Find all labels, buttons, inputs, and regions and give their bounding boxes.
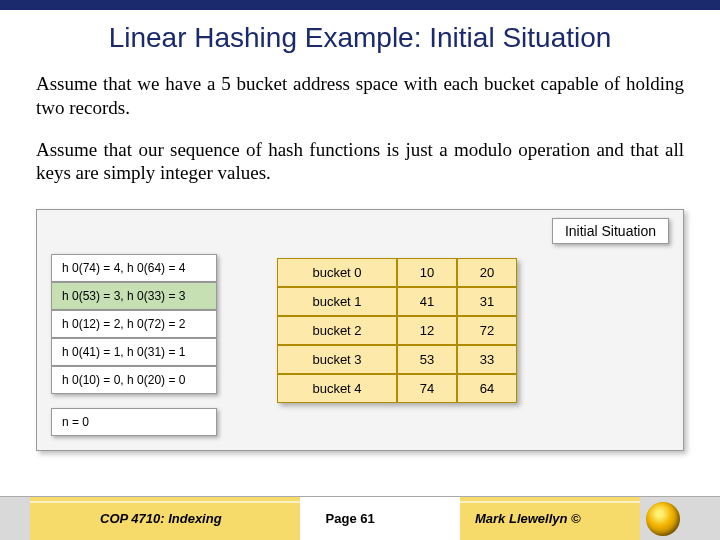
table-row: bucket 0 10 20 <box>277 258 517 287</box>
bucket-label: bucket 2 <box>277 316 397 345</box>
bucket-value: 72 <box>457 316 517 345</box>
bucket-label: bucket 1 <box>277 287 397 316</box>
footer-copyright: Mark Llewellyn © <box>475 511 581 526</box>
bucket-label: bucket 4 <box>277 374 397 403</box>
bucket-value: 20 <box>457 258 517 287</box>
hash-row: h 0(12) = 2, h 0(72) = 2 <box>51 310 217 338</box>
bucket-value: 74 <box>397 374 457 403</box>
footer-page: Page 61 <box>326 511 375 526</box>
bucket-label: bucket 0 <box>277 258 397 287</box>
diagram-panel: Initial Situation h 0(74) = 4, h 0(64) =… <box>36 209 684 451</box>
bucket-value: 10 <box>397 258 457 287</box>
bucket-value: 64 <box>457 374 517 403</box>
n-value-row: n = 0 <box>51 408 217 436</box>
bucket-value: 41 <box>397 287 457 316</box>
table-row: bucket 1 41 31 <box>277 287 517 316</box>
slide-title: Linear Hashing Example: Initial Situatio… <box>0 10 720 68</box>
table-row: bucket 3 53 33 <box>277 345 517 374</box>
bucket-value: 33 <box>457 345 517 374</box>
table-row: bucket 2 12 72 <box>277 316 517 345</box>
hash-row: h 0(41) = 1, h 0(31) = 1 <box>51 338 217 366</box>
paragraph-2: Assume that our sequence of hash functio… <box>0 134 720 200</box>
bucket-table: bucket 0 10 20 bucket 1 41 31 bucket 2 1… <box>277 258 517 403</box>
bucket-label: bucket 3 <box>277 345 397 374</box>
paragraph-1: Assume that we have a 5 bucket address s… <box>0 68 720 134</box>
table-row: bucket 4 74 64 <box>277 374 517 403</box>
footer: COP 4710: Indexing Page 61 Mark Llewelly… <box>0 496 720 540</box>
hash-column: h 0(74) = 4, h 0(64) = 4 h 0(53) = 3, h … <box>51 254 217 436</box>
hash-row: h 0(53) = 3, h 0(33) = 3 <box>51 282 217 310</box>
bucket-value: 12 <box>397 316 457 345</box>
footer-course: COP 4710: Indexing <box>100 511 222 526</box>
ucf-logo-icon <box>646 502 680 536</box>
diagram-caption: Initial Situation <box>552 218 669 244</box>
hash-row: h 0(10) = 0, h 0(20) = 0 <box>51 366 217 394</box>
bucket-value: 31 <box>457 287 517 316</box>
hash-row: h 0(74) = 4, h 0(64) = 4 <box>51 254 217 282</box>
bucket-value: 53 <box>397 345 457 374</box>
